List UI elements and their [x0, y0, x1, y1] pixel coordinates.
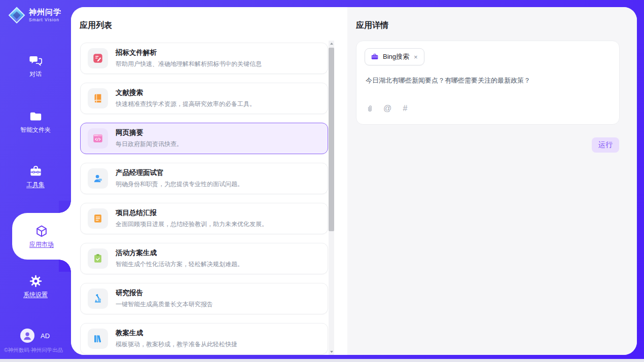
tool-chip-bing-search[interactable]: Bing搜索 ×: [365, 48, 424, 65]
scroll-down-arrow-icon[interactable]: [329, 349, 334, 355]
brand-name: 神州问学: [29, 8, 61, 17]
at-sign-icon[interactable]: @: [383, 104, 392, 113]
app-list-title: 应用列表: [80, 20, 112, 31]
app-card-2[interactable]: 文献搜索快速精准查找学术资源，提高研究效率的必备工具。: [80, 83, 328, 114]
app-description: 快速精准查找学术资源，提高研究效率的必备工具。: [116, 100, 256, 108]
app-description: 智能生成个性化活动方案，轻松解决规划难题。: [116, 260, 243, 269]
app-detail-title: 应用详情: [356, 20, 388, 31]
folder-icon: [28, 109, 43, 123]
brand-subtitle: Smart Vision: [29, 18, 61, 22]
sidebar-item-smart-folder[interactable]: 智能文件夹: [0, 109, 71, 144]
app-card-texts: 产品经理面试官明确身份和职责，为您提供专业性的面试问题。: [116, 168, 243, 189]
briefcase-icon: [371, 53, 379, 61]
app-description: 全面回顾项目进展，总结经验教训，助力未来优化发展。: [116, 220, 268, 229]
app-card-texts: 研究报告一键智能生成高质量长文本研究报告: [116, 288, 213, 309]
app-description: 帮助用户快速、准确地理解和解析招标书中的关键信息: [116, 60, 262, 68]
app-detail-panel: 应用详情 Bing搜索 × 今日湖北有哪些新闻要点？有哪些需要关注的最新政策？: [347, 7, 637, 355]
app-name: 教案生成: [116, 329, 237, 338]
sidebar-item-chat[interactable]: 对话: [0, 53, 71, 89]
microscope-icon: [88, 288, 108, 309]
user-name: AD: [41, 332, 50, 340]
brand: 神州问学 Smart Vision: [8, 7, 61, 24]
composer-toolbar: @ #: [365, 104, 410, 113]
app-root: 神州问学 Smart Vision 对话 智能文件夹 工具集 应用市场: [0, 0, 644, 362]
app-card-3[interactable]: 网页摘要每日政府新闻资讯快查。: [80, 123, 328, 154]
app-name: 活动方案生成: [116, 248, 243, 258]
sidebar-item-label: 应用市场: [29, 240, 54, 249]
sidebar: 神州问学 Smart Vision 对话 智能文件夹 工具集 应用市场: [0, 0, 71, 362]
brand-text: 神州问学 Smart Vision: [29, 8, 61, 22]
app-card-8[interactable]: 教案生成模板驱动，教案秒成，教学准备从此轻松快捷: [80, 323, 328, 354]
chip-close-icon[interactable]: ×: [413, 54, 418, 60]
app-card-6[interactable]: 活动方案生成智能生成个性化活动方案，轻松解决规划难题。: [80, 243, 328, 274]
app-card-7[interactable]: 研究报告一键智能生成高质量长文本研究报告: [80, 283, 328, 314]
app-card-texts: 网页摘要每日政府新闻资讯快查。: [116, 128, 183, 149]
app-description: 模板驱动，教案秒成，教学准备从此轻松快捷: [116, 340, 237, 349]
interviewer-icon: [88, 168, 108, 189]
sidebar-item-settings[interactable]: 系统设置: [0, 274, 71, 309]
clipboard-icon: [88, 248, 108, 269]
gear-icon: [28, 274, 43, 288]
app-name: 项目总结汇报: [116, 208, 268, 218]
app-description: 每日政府新闻资讯快查。: [116, 140, 183, 149]
app-card-4[interactable]: 产品经理面试官明确身份和职责，为您提供专业性的面试问题。: [80, 163, 328, 194]
cube-icon: [34, 224, 49, 238]
copyright-footer: ©神州数码·神州问学出品: [4, 347, 63, 354]
brand-logo-diamond-icon: [8, 7, 25, 24]
sidebar-item-app-market[interactable]: 应用市场: [12, 213, 71, 260]
scrollbar-thumb[interactable]: [329, 48, 334, 231]
scrollbar[interactable]: [329, 41, 334, 355]
query-text[interactable]: 今日湖北有哪些新闻要点？有哪些需要关注的最新政策？: [366, 76, 611, 86]
app-card-stack: 招标文件解析帮助用户快速、准确地理解和解析招标书中的关键信息 文献搜索快速精准查…: [80, 43, 328, 355]
user-account[interactable]: AD: [20, 329, 50, 343]
tool-chip-label: Bing搜索: [383, 52, 409, 61]
hash-icon[interactable]: #: [401, 104, 410, 113]
app-name: 文献搜索: [116, 88, 256, 97]
app-card-texts: 项目总结汇报全面回顾项目进展，总结经验教训，助力未来优化发展。: [116, 208, 268, 229]
book-icon: [88, 88, 108, 108]
bottom-strip: [0, 359, 644, 362]
sidebar-item-toolset[interactable]: 工具集: [0, 164, 71, 199]
app-card-5[interactable]: 项目总结汇报全面回顾项目进展，总结经验教训，助力未来优化发展。: [80, 203, 328, 234]
app-name: 研究报告: [116, 288, 213, 298]
app-name: 网页摘要: [116, 128, 183, 137]
sidebar-item-label: 智能文件夹: [20, 126, 51, 134]
sidebar-item-label: 对话: [29, 70, 42, 79]
chat-icon: [28, 53, 43, 67]
app-card-texts: 招标文件解析帮助用户快速、准确地理解和解析招标书中的关键信息: [116, 48, 262, 68]
bid-doc-icon: [88, 48, 108, 68]
app-card-texts: 活动方案生成智能生成个性化活动方案，轻松解决规划难题。: [116, 248, 243, 269]
run-button[interactable]: 运行: [592, 137, 619, 153]
app-card-texts: 文献搜索快速精准查找学术资源，提高研究效率的必备工具。: [116, 88, 256, 108]
app-name: 产品经理面试官: [116, 168, 243, 177]
sidebar-item-label: 系统设置: [23, 291, 48, 299]
memo-icon: [88, 208, 108, 229]
app-list-panel: 应用列表 招标文件解析帮助用户快速、准确地理解和解析招标书中的关键信息 文献搜索…: [71, 7, 347, 355]
toolbox-icon: [28, 164, 43, 178]
app-name: 招标文件解析: [116, 48, 262, 57]
avatar: [20, 329, 34, 343]
query-card: Bing搜索 × 今日湖北有哪些新闻要点？有哪些需要关注的最新政策？ @ #: [356, 41, 620, 125]
scroll-up-arrow-icon[interactable]: [329, 41, 334, 47]
main-content: 应用列表 招标文件解析帮助用户快速、准确地理解和解析招标书中的关键信息 文献搜索…: [71, 7, 637, 355]
sidebar-item-label: 工具集: [26, 180, 45, 189]
app-description: 明确身份和职责，为您提供专业性的面试问题。: [116, 180, 243, 189]
app-description: 一键智能生成高质量长文本研究报告: [116, 300, 213, 309]
paperclip-icon[interactable]: [365, 104, 374, 113]
app-card-texts: 教案生成模板驱动，教案秒成，教学准备从此轻松快捷: [116, 329, 237, 349]
books-icon: [88, 329, 108, 349]
webpage-icon: [88, 128, 108, 149]
app-card-1[interactable]: 招标文件解析帮助用户快速、准确地理解和解析招标书中的关键信息: [80, 43, 328, 74]
